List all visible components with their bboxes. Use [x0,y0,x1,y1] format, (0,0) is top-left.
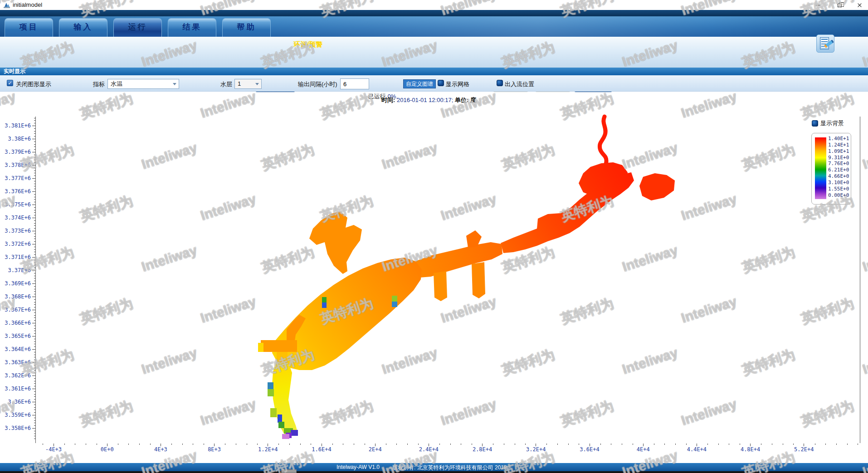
show-background-toggle[interactable]: 显示背景 [812,119,844,127]
application-window: initialmodel 项目 输入 运行 结果 帮助 环评/预警 运行模型 已… [0,0,868,473]
show-background-label: 显示背景 [820,119,844,127]
statusbar: Intelway-AW V1.0 版权所有: 北京英特利为环境科技有限公司 20… [0,463,868,471]
taskbar-peek [281,469,297,473]
legend-value: 1.24E+1 [828,142,851,148]
tab-input[interactable]: 输入 [59,18,107,37]
tab-results[interactable]: 结果 [168,18,216,37]
water-temperature-heatmap [0,0,868,473]
legend-value: 6.21E+0 [828,167,851,173]
color-legend: 1.40E+11.24E+11.09E+19.31E+07.76E+06.21E… [811,133,851,205]
legend-value: 4.66E+0 [828,173,851,179]
legend-value: 3.10E+0 [828,180,851,185]
legend-value: 1.55E+0 [828,186,851,192]
copyright-text: 版权所有: 北京英特利为环境科技有限公司 2018 [392,464,507,472]
tab-run[interactable]: 运行 [113,18,162,37]
legend-value: 0.00E+0 [828,192,851,198]
legend-value: 1.09E+1 [828,148,851,154]
tab-project[interactable]: 项目 [5,18,53,37]
legend-value: 9.31E+0 [828,155,851,161]
product-version: Intelway-AW V1.0 [336,464,380,470]
show-background-checkbox[interactable] [812,120,818,127]
env-warning-label[interactable]: 环评/预警 [293,40,322,49]
report-document-button[interactable] [816,34,834,53]
legend-value: 1.40E+1 [828,136,851,141]
legend-value: 7.76E+0 [828,161,851,166]
tab-help[interactable]: 帮助 [222,18,271,37]
bottom-strip [0,471,868,473]
legend-gradient-bar [815,137,826,199]
